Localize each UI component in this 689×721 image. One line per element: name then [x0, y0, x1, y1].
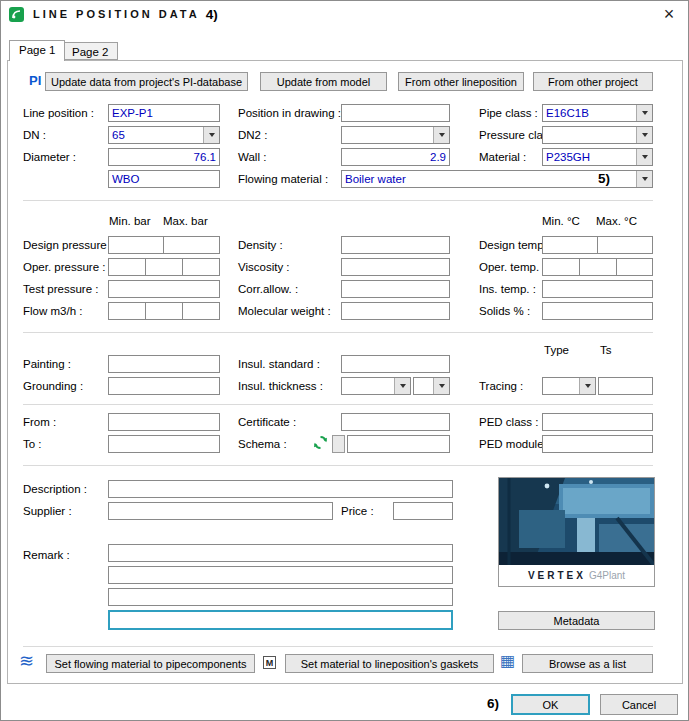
ins-temp-input[interactable]	[542, 280, 653, 298]
vertex-brand-label: VERTEX	[528, 570, 586, 581]
description-label: Description :	[23, 483, 87, 495]
design-temp-min-input[interactable]	[542, 236, 598, 254]
schema-label: Schema :	[238, 438, 287, 450]
g4plant-label: G4Plant	[589, 570, 625, 581]
to-input[interactable]	[108, 435, 220, 453]
type-header: Type	[544, 344, 569, 356]
chevron-down-icon[interactable]	[579, 378, 595, 394]
close-icon[interactable]: ×	[656, 5, 682, 23]
line-position-label: Line position :	[23, 107, 94, 119]
cancel-button[interactable]: Cancel	[600, 694, 678, 715]
grid-icon: ▦	[500, 653, 515, 669]
oper-pressure-input-2[interactable]	[145, 258, 183, 276]
insul-thickness-label: Insul. thickness :	[238, 380, 323, 392]
dn2-combo[interactable]	[341, 126, 450, 144]
test-pressure-input[interactable]	[108, 280, 220, 298]
schema-refresh-icon[interactable]	[313, 435, 328, 450]
min-c-header: Min. °C	[542, 215, 580, 227]
pipe-class-combo[interactable]: E16C1B	[542, 104, 653, 122]
max-c-header: Max. °C	[596, 215, 637, 227]
from-label: From :	[23, 416, 56, 428]
chevron-down-icon[interactable]	[636, 127, 652, 143]
chevron-down-icon[interactable]	[636, 171, 652, 187]
chevron-down-icon[interactable]	[433, 378, 449, 394]
browse-as-list-button[interactable]: Browse as a list	[522, 654, 653, 673]
design-pressure-min-input[interactable]	[108, 236, 164, 254]
chevron-down-icon[interactable]	[203, 127, 219, 143]
plant-photo: VERTEX G4Plant	[498, 477, 655, 587]
insul-thickness-combo-1[interactable]	[341, 377, 411, 395]
molecular-weight-input[interactable]	[341, 302, 450, 320]
description-input[interactable]	[108, 480, 453, 498]
oper-pressure-input-3[interactable]	[182, 258, 220, 276]
insul-thickness-combo-2[interactable]	[413, 377, 450, 395]
position-in-drawing-input[interactable]	[341, 104, 450, 122]
chevron-down-icon[interactable]	[636, 149, 652, 165]
tab-page-1[interactable]: Page 1	[9, 40, 65, 61]
update-pi-database-button[interactable]: Update data from project's PI-database	[45, 72, 248, 91]
density-label: Density :	[238, 239, 283, 251]
viscosity-input[interactable]	[341, 258, 450, 276]
remark-input-2[interactable]	[108, 566, 453, 584]
tracing-type-combo[interactable]	[542, 377, 596, 395]
tracing-ts-input[interactable]	[598, 377, 653, 395]
solids-input[interactable]	[542, 302, 653, 320]
oper-pressure-input-1[interactable]	[108, 258, 146, 276]
ok-button[interactable]: OK	[511, 694, 590, 715]
chevron-down-icon[interactable]	[433, 127, 449, 143]
ped-class-input[interactable]	[542, 413, 653, 431]
chevron-down-icon[interactable]	[394, 378, 410, 394]
ped-module-input[interactable]	[542, 435, 653, 453]
remark-input-4[interactable]	[108, 610, 453, 630]
dn-combo[interactable]: 65	[108, 126, 220, 144]
line-position-input[interactable]	[108, 104, 220, 122]
separator	[23, 465, 653, 466]
from-input[interactable]	[108, 413, 220, 431]
update-from-model-button[interactable]: Update from model	[260, 72, 387, 91]
price-input[interactable]	[393, 502, 453, 520]
pressure-class-combo[interactable]	[542, 126, 653, 144]
titlebar: LINE POSITION DATA 4) ×	[1, 1, 688, 33]
painting-label: Painting :	[23, 358, 71, 370]
remark-input-3[interactable]	[108, 588, 453, 606]
oper-temp-input-3[interactable]	[616, 258, 653, 276]
corr-allow-input[interactable]	[341, 280, 450, 298]
code-input[interactable]	[108, 170, 220, 188]
separator	[23, 200, 653, 201]
design-pressure-max-input[interactable]	[163, 236, 220, 254]
remark-input-1[interactable]	[108, 544, 453, 562]
dn-value: 65	[109, 127, 203, 143]
material-combo[interactable]: P235GH	[542, 148, 653, 166]
min-bar-header: Min. bar	[109, 215, 151, 227]
certificate-input[interactable]	[341, 413, 450, 431]
photo-caption: VERTEX G4Plant	[499, 565, 654, 586]
annotation-6: 6)	[487, 696, 499, 711]
tab-page-2[interactable]: Page 2	[62, 42, 118, 60]
diameter-input[interactable]	[108, 148, 220, 166]
design-temp-max-input[interactable]	[597, 236, 653, 254]
wall-input[interactable]	[341, 148, 450, 166]
oper-temp-input-2[interactable]	[579, 258, 617, 276]
supplier-input[interactable]	[108, 502, 333, 520]
chevron-down-icon[interactable]	[636, 105, 652, 121]
from-other-lineposition-button[interactable]: From other lineposition	[398, 72, 524, 91]
line-position-data-dialog: LINE POSITION DATA 4) × Page 1 Page 2 PI…	[0, 0, 689, 721]
insul-standard-label: Insul. standard :	[238, 358, 320, 370]
density-input[interactable]	[341, 236, 450, 254]
painting-input[interactable]	[108, 355, 220, 373]
oper-temp-input-1[interactable]	[542, 258, 580, 276]
certificate-label: Certificate :	[238, 416, 296, 428]
set-flowing-material-button[interactable]: Set flowing material to pipecomponents	[46, 654, 255, 673]
from-other-project-button[interactable]: From other project	[533, 72, 653, 91]
flow-input-2[interactable]	[145, 302, 183, 320]
grounding-input[interactable]	[108, 377, 220, 395]
tracing-label: Tracing :	[479, 380, 523, 392]
insul-standard-input[interactable]	[341, 355, 450, 373]
set-material-gaskets-button[interactable]: Set material to lineposition's gaskets	[285, 654, 494, 673]
flow-input-1[interactable]	[108, 302, 146, 320]
metadata-button[interactable]: Metadata	[498, 611, 655, 630]
schema-picker-button[interactable]	[332, 435, 345, 453]
tab-page-1-label: Page 1	[19, 44, 55, 56]
schema-input[interactable]	[347, 435, 450, 453]
flow-input-3[interactable]	[182, 302, 220, 320]
